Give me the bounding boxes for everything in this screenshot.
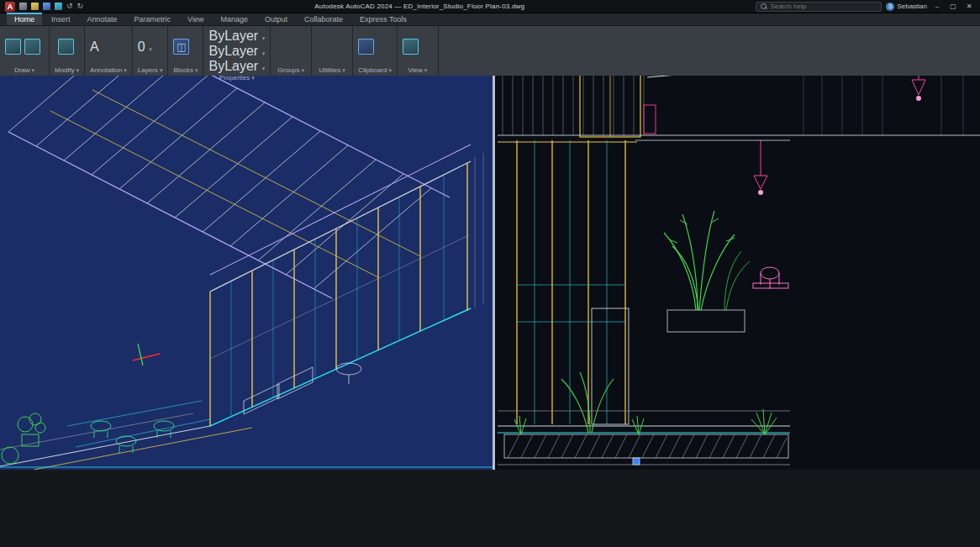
panel-label-groups: Groups: [277, 66, 299, 74]
new-file-icon[interactable]: [19, 3, 27, 10]
ribbon-panel-properties: ByLayer ▾ ByLayer ▾ ByLayer ▾ Properties…: [203, 26, 271, 76]
copy-clip-icon[interactable]: [377, 41, 388, 52]
ribbon-panel-view: View▾: [398, 26, 439, 76]
ungroup-tool-icon[interactable]: [295, 41, 306, 52]
ribbon-tab[interactable]: Output: [257, 14, 295, 25]
maximize-button[interactable]: ▢: [947, 3, 959, 10]
window-title: Autodesk AutoCAD 2024 — ED_Interior_Stud…: [87, 3, 751, 10]
drawing-area[interactable]: ⌂ SW ≡ Layer Properties Manager ✕: [0, 31, 980, 547]
current-layer-name: 0: [138, 39, 145, 54]
user-name: Sebastian: [897, 3, 927, 10]
titlebar: A ↺ ↻ Autodesk AutoCAD 2024 — ED_Interio…: [0, 0, 980, 13]
chevron-down-icon: ▾: [76, 67, 80, 74]
chevron-down-icon: ▾: [160, 67, 163, 74]
ribbon-tab[interactable]: Insert: [44, 14, 78, 25]
erase-tool-icon[interactable]: [58, 39, 74, 55]
quick-select-icon[interactable]: [336, 41, 347, 52]
linetype-value: ByLayer: [208, 59, 258, 73]
ribbon-tab-strip: HomeInsertAnnotateParametricViewManageOu…: [0, 13, 980, 26]
chevron-down-icon: ▾: [302, 67, 305, 74]
help-search-box[interactable]: [756, 2, 882, 12]
help-search-input[interactable]: [770, 3, 877, 10]
panel-label-annotation: Annotation: [90, 66, 122, 74]
chevron-down-icon: ▾: [424, 67, 428, 74]
ribbon-tab[interactable]: Manage: [213, 14, 256, 25]
viewcube[interactable]: ⌂ SW: [0, 473, 980, 547]
selection-grip[interactable]: [633, 458, 640, 465]
user-account[interactable]: S Sebastian: [886, 3, 927, 11]
object-color-dropdown[interactable]: ByLayer ▾: [208, 29, 265, 44]
panel-label-layers: Layers: [138, 66, 158, 74]
print-icon[interactable]: [55, 3, 62, 10]
redo-icon[interactable]: ↻: [77, 3, 84, 10]
ribbon-panel-layers: 0 ▾ Layers▾: [133, 26, 169, 76]
cad-drawing[interactable]: [0, 31, 980, 470]
ribbon-panel-draw: Draw▾: [0, 26, 50, 76]
panel-label-properties: Properties: [219, 74, 250, 82]
ribbon-tab[interactable]: Annotate: [80, 14, 125, 25]
chevron-down-icon: ▾: [251, 75, 255, 82]
panel-label-utilities: Utilities: [319, 66, 340, 74]
ribbon-panel-utilities: Utilities▾: [312, 26, 353, 76]
measure-tool-icon[interactable]: [317, 39, 333, 55]
group-tool-icon[interactable]: [276, 39, 292, 55]
avatar: S: [886, 3, 894, 11]
chevron-down-icon: ▾: [262, 66, 266, 71]
chevron-down-icon: ▾: [32, 67, 35, 74]
ribbon-tab[interactable]: Express Tools: [352, 14, 414, 25]
undo-icon[interactable]: ↺: [66, 3, 73, 10]
lineweight-value: ByLayer: [208, 44, 258, 58]
ribbon: Draw▾ Modify▾: [0, 26, 980, 76]
chevron-down-icon: ▾: [262, 50, 266, 56]
close-button[interactable]: ✕: [963, 3, 975, 10]
lineweight-dropdown[interactable]: ByLayer ▾: [208, 44, 265, 59]
save-icon[interactable]: [43, 3, 50, 10]
ribbon-tab[interactable]: View: [180, 14, 211, 25]
chevron-down-icon: ▾: [195, 67, 198, 74]
line-tool-icon[interactable]: [5, 39, 21, 55]
panel-label-modify: Modify: [55, 66, 75, 74]
panel-label-draw: Draw: [14, 66, 30, 74]
viewport-divider[interactable]: [493, 31, 495, 470]
chevron-down-icon: ▾: [388, 67, 392, 74]
app-logo[interactable]: A: [5, 2, 15, 12]
minimize-button[interactable]: –: [931, 3, 943, 10]
search-icon: [761, 3, 767, 9]
chevron-down-icon: ▾: [149, 46, 152, 52]
polyline-tool-icon[interactable]: [24, 39, 40, 55]
paste-icon[interactable]: [358, 39, 374, 55]
layer-dropdown[interactable]: 0 ▾: [138, 39, 163, 55]
ucs-icon[interactable]: [422, 41, 433, 52]
ribbon-tab[interactable]: Collaborate: [297, 14, 350, 25]
ribbon-panel-annotation: A Annotation▾: [85, 26, 133, 76]
view-tool-icon[interactable]: [403, 39, 419, 55]
panel-label-view: View: [408, 66, 423, 74]
autocad-window: A ↺ ↻ Autodesk AutoCAD 2024 — ED_Interio…: [0, 0, 980, 547]
open-file-icon[interactable]: [31, 3, 39, 10]
text-tool-icon[interactable]: A: [90, 39, 99, 55]
right-viewport-background: [494, 31, 980, 470]
chevron-down-icon: ▾: [342, 67, 345, 74]
linetype-dropdown[interactable]: ByLayer ▾: [208, 59, 265, 74]
panel-label-clipboard: Clipboard: [358, 66, 387, 74]
ribbon-panel-modify: Modify▾: [50, 26, 85, 76]
ribbon-tab[interactable]: Home: [7, 13, 42, 25]
insert-block-icon[interactable]: ◫: [173, 39, 189, 55]
panel-label-blocks: Blocks: [173, 66, 193, 74]
ribbon-panel-clipboard: Clipboard▾: [353, 26, 398, 76]
chevron-down-icon: ▾: [124, 67, 127, 74]
home-icon[interactable]: ⌂: [63, 502, 149, 547]
ribbon-panel-blocks: ◫ Blocks▾: [168, 26, 203, 76]
object-color-value: ByLayer: [208, 29, 258, 43]
ribbon-panel-groups: Groups▾: [271, 26, 312, 76]
chevron-down-icon: ▾: [262, 35, 266, 41]
ribbon-tab[interactable]: Parametric: [127, 14, 179, 25]
